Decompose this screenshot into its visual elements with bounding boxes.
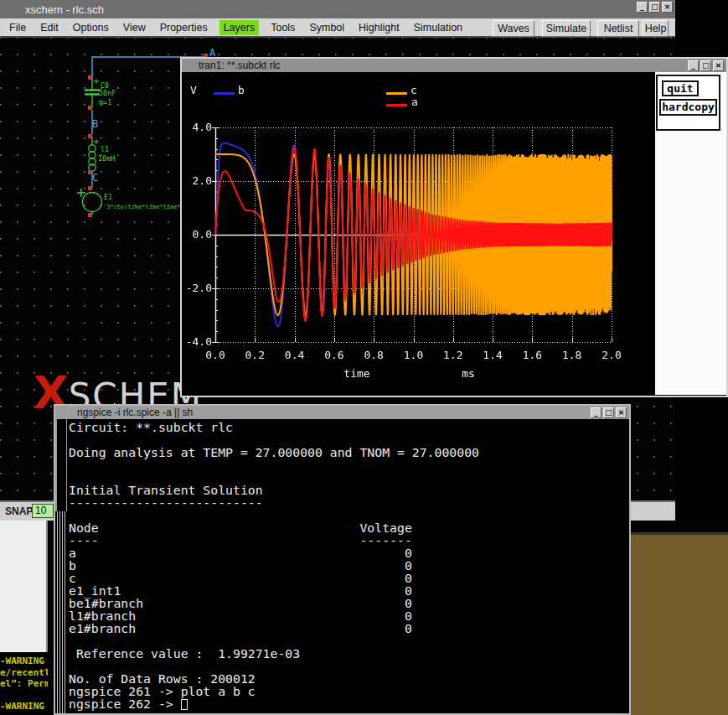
- maximize-button-icon[interactable]: □: [700, 60, 711, 71]
- menu-options[interactable]: Options: [70, 20, 111, 35]
- menu-symbol[interactable]: Symbol: [307, 20, 347, 35]
- simulate-button[interactable]: Simulate: [542, 20, 591, 37]
- x-tick-label: 1.6: [519, 349, 545, 361]
- xschem-window-title: xschem - rlc.sch: [25, 3, 104, 16]
- terminal-scrollbar[interactable]: [55, 419, 67, 713]
- x-axis-title: time: [332, 367, 382, 380]
- x-tick-label: 0.6: [322, 349, 347, 361]
- background-window: [630, 532, 728, 715]
- x-tick-label: 1.0: [401, 349, 426, 361]
- terminal-window: ngspice -i rlc.spice -a || sh _□× Circui…: [54, 404, 631, 715]
- snap-input[interactable]: 10: [32, 504, 54, 518]
- menu-properties[interactable]: Properties: [157, 20, 210, 35]
- plot-side-panel: quit hardcopy: [655, 72, 726, 395]
- menu-view[interactable]: View: [121, 20, 148, 35]
- hardcopy-button[interactable]: hardcopy: [659, 99, 717, 116]
- x-tick-label: 0.8: [361, 349, 386, 361]
- plot-window-controls: _□×: [686, 60, 724, 71]
- help-button[interactable]: Help: [643, 20, 669, 37]
- terminal-scrollbar-trough: [55, 419, 67, 511]
- menu-bar: FileEditOptionsViewPropertiesLayersTools…: [0, 18, 675, 38]
- source-ref: E1: [104, 193, 112, 201]
- net-label-b[interactable]: B: [92, 118, 98, 130]
- close-button-icon[interactable]: ×: [713, 60, 724, 71]
- menu-file[interactable]: File: [7, 20, 28, 35]
- y-tick-label: -4.0: [182, 335, 212, 348]
- quit-button[interactable]: quit: [662, 80, 699, 96]
- capacitor-param: m=1: [99, 98, 111, 106]
- terminal-screen[interactable]: Circuit: **.subckt rlc Doing analysis at…: [55, 419, 629, 713]
- x-tick-label: 1.2: [441, 349, 466, 361]
- menu-simulation[interactable]: Simulation: [411, 20, 465, 35]
- plot-canvas: [182, 72, 655, 395]
- minimize-button-icon[interactable]: _: [591, 407, 602, 418]
- x-axis-unit: ms: [443, 367, 493, 380]
- maximize-button-icon[interactable]: □: [649, 2, 660, 13]
- minimize-button-icon[interactable]: _: [688, 60, 699, 71]
- terminal-cursor: [181, 699, 188, 710]
- legend-label-c: c: [410, 84, 417, 96]
- x-tick-label: 0.0: [203, 349, 228, 361]
- maximize-button-icon[interactable]: □: [603, 407, 614, 418]
- plot-window: tran1: **.subckt rlc _□× V b c a time ms…: [180, 57, 728, 397]
- y-tick-label: 2.0: [182, 174, 212, 187]
- menu-tools[interactable]: Tools: [268, 20, 297, 35]
- legend-swatch-c: [386, 92, 407, 95]
- plot-window-title: tran1: **.subckt rlc: [199, 60, 280, 71]
- plot-area: V b c a time ms 0.00.20.40.60.81.01.21.4…: [182, 72, 655, 395]
- plot-titlebar[interactable]: tran1: **.subckt rlc _□×: [182, 59, 726, 72]
- terminal-prompt-row[interactable]: ngspice 262 ->: [69, 697, 188, 710]
- xschem-titlebar[interactable]: xschem - rlc.sch _□×: [0, 0, 675, 18]
- legend-swatch-a: [386, 104, 407, 106]
- y-tick-label: 0.0: [182, 228, 212, 241]
- x-tick-label: 1.4: [480, 349, 505, 361]
- background-dialog-fragment: [0, 521, 48, 652]
- close-button-icon[interactable]: ×: [616, 407, 627, 418]
- inductor-ref: l1: [101, 145, 109, 153]
- x-tick-label: 0.2: [242, 349, 267, 361]
- plot-button-box: quit hardcopy: [656, 75, 720, 131]
- minimize-button-icon[interactable]: _: [637, 2, 648, 13]
- capacitor-value: 50nF: [99, 89, 116, 97]
- y-tick-label: -2.0: [182, 282, 212, 294]
- waves-button[interactable]: Waves: [493, 20, 534, 37]
- menu-edit[interactable]: Edit: [38, 20, 61, 35]
- terminal-prompt: ngspice 262 ->: [69, 697, 181, 711]
- background-terminal-fragment: -WARNING e/recently el”: Perm -WARNING: [0, 652, 48, 715]
- netlist-button[interactable]: Netlist: [597, 20, 639, 37]
- legend-label-b: b: [238, 84, 245, 96]
- terminal-output: Circuit: **.subckt rlc Doing analysis at…: [69, 421, 479, 697]
- x-tick-label: 2.0: [599, 349, 624, 361]
- terminal-titlebar[interactable]: ngspice -i rlc.spice -a || sh _□×: [55, 406, 629, 419]
- legend-label-a: a: [411, 96, 418, 108]
- inductor-value: 10mH: [98, 154, 115, 163]
- x-tick-label: 1.8: [560, 349, 585, 361]
- legend-swatch-b: [214, 92, 235, 95]
- net-label-c[interactable]: C: [92, 172, 98, 184]
- terminal-window-title: ngspice -i rlc.spice -a || sh: [77, 407, 193, 418]
- source-symbol[interactable]: [77, 189, 102, 212]
- menu-layers[interactable]: Layers: [219, 20, 260, 35]
- terminal-window-controls: _□×: [589, 407, 627, 418]
- capacitor-symbol[interactable]: [85, 79, 100, 107]
- y-axis-unit-label: V: [190, 84, 197, 96]
- menu-highlight[interactable]: Highlight: [356, 20, 402, 35]
- y-tick-label: 4.0: [182, 121, 212, 133]
- close-button-icon[interactable]: ×: [662, 2, 673, 13]
- warning-text: -WARNING e/recently el”: Perm -WARNING: [0, 652, 48, 712]
- xschem-window-controls: _□×: [635, 2, 673, 13]
- x-tick-label: 0.4: [282, 349, 307, 361]
